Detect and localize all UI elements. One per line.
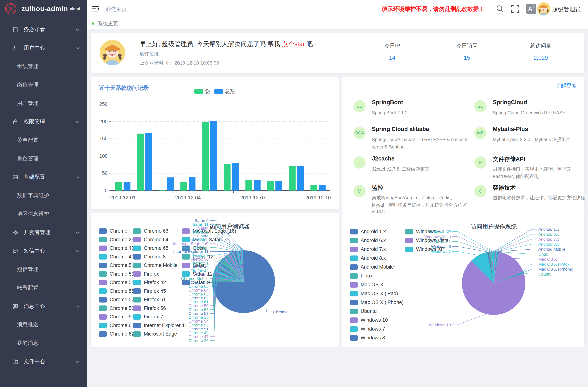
fullscreen-icon[interactable]	[511, 4, 520, 14]
translate-letter: A	[528, 5, 532, 12]
tech-card-J2cache[interactable]: JJ2cacheJ2cache2.7.8: 二级缓存框架	[354, 151, 464, 179]
star-link[interactable]: 点个star	[282, 41, 305, 47]
sidebar-item-基础配置[interactable]: 基础配置	[0, 168, 87, 186]
bar-您-2019-12-02[interactable]	[137, 134, 144, 191]
browser-pie-svg: Safari 9Safari 11SafariOpera 12OperaMobi…	[91, 213, 339, 347]
bar-您-2019-12-01[interactable]	[115, 182, 122, 191]
bar-总数-2019-12-02[interactable]	[145, 133, 152, 191]
tech-title: J2cache	[372, 155, 394, 162]
main-content: 早上好, 超级管理员, 今天帮别人解决问题了吗 帮我 点个star 吧~ 疯狂加…	[87, 30, 588, 387]
lock-icon	[12, 119, 19, 126]
bar-您-2019-12-09[interactable]	[289, 166, 296, 191]
tech-initials-badge: SB	[354, 100, 366, 112]
tech-card-SpringBoot[interactable]: SBSpringBootSpring Boot 2.1.2	[354, 95, 464, 123]
sidebar-item-用户中心[interactable]: 用户中心	[0, 39, 87, 57]
stat-total-visits: 总访问量 2,029	[513, 42, 568, 61]
svg-text:2019-12-01: 2019-12-01	[110, 195, 136, 201]
bar-您-2019-12-03[interactable]	[159, 190, 166, 191]
bar-总数-2019-12-07[interactable]	[254, 180, 261, 191]
sidebar-subitem-岗位管理[interactable]: 岗位管理	[0, 76, 87, 94]
greeting-message: 早上好, 超级管理员, 今天帮别人解决问题了吗 帮我 点个star 吧~	[140, 40, 316, 48]
tech-title: 文件存储API	[493, 155, 525, 163]
last-login-label: 上次登录时间：	[140, 60, 173, 66]
tech-desc: 虚拟化容器技术，让迁移、部署更加方便快捷	[493, 194, 588, 201]
bar-您-2019-12-08[interactable]	[267, 181, 274, 191]
pie-label-Windows 8.1: Windows 8.1	[428, 239, 451, 244]
pie-label-Mac OS X (iPhone): Mac OS X (iPhone)	[538, 267, 573, 271]
svg-text:2019-12-10: 2019-12-10	[305, 195, 331, 201]
sidebar-item-文件中心[interactable]: 文件中心	[0, 352, 87, 371]
tech-initials-badge: J	[354, 156, 366, 169]
bar-您-2019-12-07[interactable]	[246, 180, 252, 191]
sidebar-subitem-我的消息[interactable]: 我的消息	[0, 334, 87, 352]
bar-您-2019-12-10[interactable]	[310, 185, 317, 191]
sidebar-item-短信中心[interactable]: 短信中心	[0, 242, 87, 260]
pie-label-Android 8.x: Android 8.x	[538, 242, 559, 247]
active-tab-dot	[92, 22, 94, 25]
svg-text:100: 100	[99, 153, 108, 159]
bar-总数-2019-12-10[interactable]	[319, 185, 326, 191]
stat-today-ip: 今日IP 14	[364, 42, 420, 61]
bar-总数-2019-12-09[interactable]	[297, 166, 304, 191]
current-user-name[interactable]: 超级管理员	[552, 5, 581, 13]
tech-card-文件存储API[interactable]: F文件存储API封装文件接口，实现本地存储、阿里云、FastDFS存储的配置化	[474, 151, 585, 179]
os-pie-card: 访问用户操作系统 Android 1.xAndroid 6.xAndroid 7…	[342, 213, 584, 347]
tech-card-Spring Cloud alibaba[interactable]: SCASpring Cloud alibabaSpringCloudAlibab…	[354, 122, 464, 149]
bar-总数-2019-12-01[interactable]	[124, 182, 130, 191]
tech-card-监控[interactable]: M监控集成SpringBootAdmin、Zipkin、Redis、Mysql、…	[354, 180, 464, 207]
sidebar-subitem-label: 短信管理	[17, 266, 38, 273]
pie-label-Android 7.x: Android 7.x	[538, 237, 559, 242]
sidebar-subitem-菜单配置[interactable]: 菜单配置	[0, 131, 87, 149]
search-icon[interactable]	[496, 4, 504, 14]
chevron-down-icon	[76, 121, 80, 124]
tech-desc: J2cache2.7.8: 二级缓存框架	[372, 165, 468, 173]
header: 系统主页 演示环境维护不易，请勿乱删乱改数据！ A 文 超级管理员	[87, 0, 588, 18]
bar-总数-2019-12-04[interactable]	[189, 177, 195, 191]
app-title-suffix: cloud	[70, 7, 80, 11]
bar-总数-2019-12-05[interactable]	[210, 121, 217, 191]
bar-您-2019-12-04[interactable]	[180, 182, 187, 191]
bar-总数-2019-12-06[interactable]	[232, 163, 239, 191]
tech-desc: Spring Cloud Greenwich.RELEASE	[493, 109, 588, 116]
folder-plus-icon	[12, 358, 19, 366]
translate-zh: 文	[532, 4, 535, 9]
tech-card-容器技术[interactable]: C容器技术虚拟化容器技术，让迁移、部署更加方便快捷	[474, 180, 585, 207]
sidebar-collapse-icon[interactable]	[91, 5, 100, 13]
sidebar-subitem-地区信息维护[interactable]: 地区信息维护	[0, 205, 87, 223]
sidebar-item-开发者管理[interactable]: 开发者管理	[0, 223, 87, 242]
bar-总数-2019-12-08[interactable]	[275, 181, 282, 191]
stat-value: 2,029	[513, 55, 568, 61]
sidebar-subitem-短信管理[interactable]: 短信管理	[0, 260, 87, 279]
tech-card-Mybatis-Plus[interactable]: MPMybatis-PlusMybatis-plus 3.2.0：Mybatis…	[474, 122, 585, 149]
sidebar-item-label: 短信中心	[24, 247, 45, 255]
sidebar-subitem-组织管理[interactable]: 组织管理	[0, 57, 87, 76]
tab-system-home[interactable]: 系统主页	[87, 18, 126, 30]
tech-initials-badge: MP	[474, 127, 486, 139]
svg-text:200: 200	[99, 119, 108, 124]
sidebar-item-务必详看[interactable]: 务必详看	[0, 20, 87, 39]
tech-title: SpringCloud	[493, 99, 527, 106]
tech-title: 容器技术	[493, 184, 516, 192]
sidebar-item-消息中心[interactable]: 消息中心	[0, 297, 87, 315]
sidebar-subitem-账号配置[interactable]: 账号配置	[0, 279, 87, 297]
tech-desc: SpringCloudAlibaba2.1.0.RELEASE & nacos …	[372, 136, 468, 150]
svg-text:2019-12-04: 2019-12-04	[175, 195, 201, 201]
greeting-mood: 疯狂加班~	[140, 51, 162, 57]
sidebar-item-label: 消息中心	[24, 303, 45, 310]
sidebar-item-权限管理[interactable]: 权限管理	[0, 113, 87, 131]
tech-card-SpringCloud[interactable]: SCSpringCloudSpring Cloud Greenwich.RELE…	[474, 95, 585, 123]
sidebar-subitem-用户管理[interactable]: 用户管理	[0, 94, 87, 113]
tech-title: Spring Cloud alibaba	[372, 126, 429, 132]
sidebar-subitem-角色管理[interactable]: 角色管理	[0, 149, 87, 168]
language-translate-icon[interactable]: A 文	[526, 4, 536, 14]
visits-bar-chart-card: 近十天系统访问记录 您 总数 0501001502002502019-12-01…	[91, 77, 339, 209]
bar-总数-2019-12-03[interactable]	[167, 178, 174, 191]
bar-您-2019-12-06[interactable]	[224, 164, 231, 191]
bar-您-2019-12-05[interactable]	[202, 122, 209, 191]
learn-more-link[interactable]: 了解更多	[556, 82, 577, 89]
logo[interactable]: Z zuihou-admin cloud	[0, 0, 87, 18]
sidebar-subitem-消息推送[interactable]: 消息推送	[0, 315, 87, 334]
sidebar-subitem-数据字典维护[interactable]: 数据字典维护	[0, 186, 87, 205]
pie-label-Mac OS X: Mac OS X	[538, 257, 557, 262]
user-avatar[interactable]	[537, 2, 550, 16]
